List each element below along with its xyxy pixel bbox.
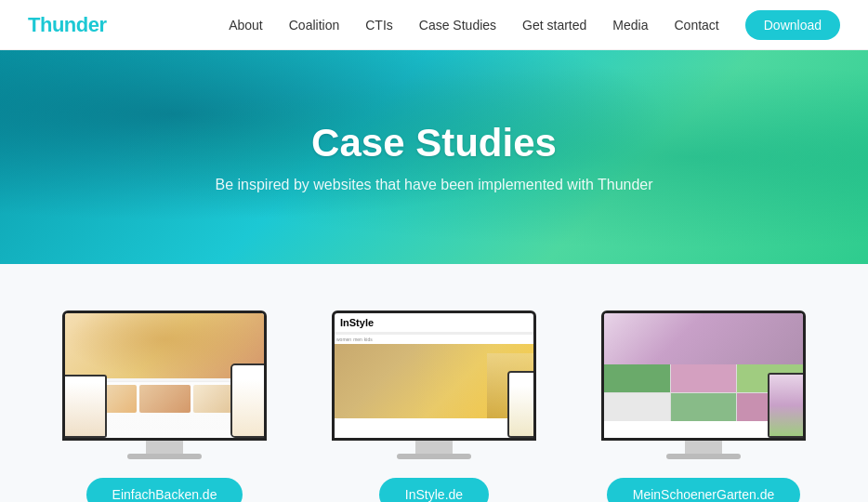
logo[interactable]: Thunder [28, 13, 107, 37]
hero-subtitle: Be inspired by websites that have been i… [215, 177, 652, 193]
nav-case-studies[interactable]: Case Studies [419, 18, 496, 33]
nav-coalition[interactable]: Coalition [289, 18, 339, 33]
device-einfachbacken [58, 310, 271, 459]
garten-top-img [604, 313, 803, 364]
card-meinschoener: MeinSchoenerGarten.de [597, 310, 810, 502]
cards-section: EinfachBacken.de InStyle womenmenkids [0, 264, 868, 502]
garten-cell [604, 364, 670, 392]
garten-cell [671, 393, 737, 421]
garten-cell [671, 364, 737, 392]
navigation: Thunder About Coalition CTIs Case Studie… [0, 0, 868, 50]
nav-contact[interactable]: Contact [674, 18, 718, 33]
nav-media[interactable]: Media [612, 18, 648, 33]
monitor-frame [62, 310, 267, 441]
card-instyle: InStyle womenmenkids [327, 310, 541, 502]
instyle-header: InStyle [335, 313, 533, 333]
instyle-img [335, 344, 533, 418]
garten-cell [604, 393, 670, 421]
nav-links: About Coalition CTIs Case Studies Get st… [229, 10, 840, 40]
monitor-einfachbacken [58, 310, 271, 459]
phone-small-einfach [230, 363, 267, 438]
monitor-stand-instyle [415, 441, 453, 454]
cta-instyle[interactable]: InStyle.de [379, 478, 489, 502]
device-meinschoener [597, 310, 810, 459]
cta-meinschoener[interactable]: MeinSchoenerGarten.de [607, 478, 801, 502]
monitor-screen-instyle: InStyle womenmenkids [335, 313, 533, 438]
download-button[interactable]: Download [745, 10, 840, 40]
nav-get-started[interactable]: Get started [522, 18, 586, 33]
tablet-small-einfach [62, 375, 107, 438]
hero-section: Case Studies Be inspired by websites tha… [0, 50, 868, 264]
nav-ctis[interactable]: CTIs [365, 18, 393, 33]
monitor-base-instyle [397, 454, 471, 459]
monitor-stand [146, 441, 183, 454]
nav-about[interactable]: About [229, 18, 263, 33]
cta-einfachbacken[interactable]: EinfachBacken.de [86, 478, 243, 502]
monitor-instyle: InStyle womenmenkids [327, 310, 541, 459]
monitor-frame-instyle: InStyle womenmenkids [332, 310, 536, 441]
monitor-stand-meinschoener [685, 441, 722, 454]
card-einfachbacken: EinfachBacken.de [58, 310, 271, 502]
monitor-base-meinschoener [666, 454, 741, 459]
device-instyle: InStyle womenmenkids [327, 310, 541, 459]
monitor-base [127, 454, 202, 459]
monitor-meinschoener [597, 310, 810, 459]
monitor-frame-meinschoener [601, 310, 806, 441]
hero-title: Case Studies [311, 121, 557, 165]
